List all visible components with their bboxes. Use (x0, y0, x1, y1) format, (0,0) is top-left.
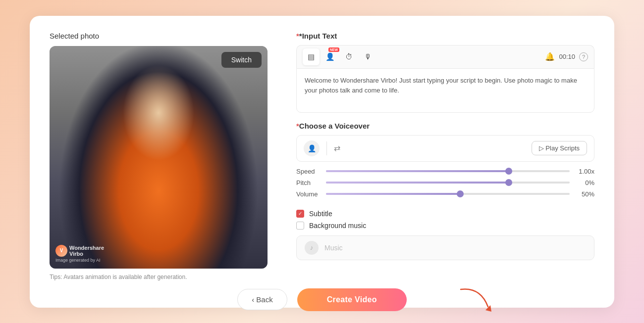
avatar-button[interactable]: 👤 NEW (322, 48, 338, 65)
right-panel: **Input Text ▤ 👤 NEW ⏱ 🎙 � (296, 32, 594, 280)
voice-avatar-icon: 👤 (304, 140, 320, 156)
subtitle-label: Subtitle (309, 210, 332, 218)
play-scripts-button[interactable]: ▷ Play Scripts (532, 141, 587, 155)
voice-divider (326, 141, 327, 155)
pitch-value: 0% (576, 179, 594, 186)
volume-slider-track[interactable] (326, 193, 570, 195)
virbo-logo-icon: V (55, 245, 67, 257)
arrow-hint (456, 284, 495, 316)
bottom-bar: ‹ Back Create Video (50, 280, 594, 311)
main-card: Selected photo Switch V Wondershare Virb… (30, 16, 614, 308)
watermark: V Wondershare Virbo Image generated by A… (55, 245, 104, 263)
arrow-hint-svg (456, 284, 495, 314)
photo-container: Switch V Wondershare Virbo Image generat… (50, 46, 268, 269)
svg-marker-0 (485, 305, 491, 312)
help-icon[interactable]: ? (579, 52, 588, 61)
speed-value: 1.00x (576, 168, 594, 175)
volume-slider-fill (326, 193, 460, 195)
music-selector-bar[interactable]: ♪ Music (296, 235, 594, 260)
speed-slider-fill (326, 170, 509, 172)
left-panel: Selected photo Switch V Wondershare Virb… (50, 32, 272, 280)
swap-icon[interactable]: ⇄ (334, 143, 340, 153)
volume-value: 50% (576, 190, 594, 198)
background-music-row: Background music (296, 222, 594, 230)
back-button[interactable]: ‹ Back (237, 289, 287, 310)
volume-label: Volume (296, 190, 320, 198)
notification-icon[interactable]: 🔔 (545, 52, 555, 61)
product-name: Virbo (69, 251, 104, 257)
volume-slider-thumb[interactable] (457, 190, 464, 197)
watermark-sub: Image generated by AI (55, 258, 104, 263)
subtitle-row: ✓ Subtitle (296, 210, 594, 218)
new-badge: NEW (328, 47, 339, 52)
pitch-label: Pitch (296, 179, 320, 186)
watermark-logo: V Wondershare Virbo (55, 245, 104, 257)
subtitle-checkbox[interactable]: ✓ (296, 210, 304, 218)
pitch-slider-thumb[interactable] (505, 179, 512, 186)
background-music-checkbox[interactable] (296, 222, 304, 230)
pitch-slider-fill (326, 182, 509, 184)
background-music-label: Background music (309, 222, 366, 230)
pitch-slider-track[interactable] (326, 182, 570, 184)
content-row: Selected photo Switch V Wondershare Virb… (50, 32, 594, 280)
create-video-button[interactable]: Create Video (297, 288, 407, 311)
music-placeholder: Music (324, 244, 343, 252)
volume-slider-row: Volume 50% (296, 190, 594, 198)
check-mark-icon: ✓ (298, 211, 302, 216)
voiceover-section: *Choose a Voiceover 👤 ⇄ ▷ Play Scripts S… (296, 122, 594, 202)
input-text-label: **Input Text (296, 32, 594, 40)
speed-label: Speed (296, 168, 320, 175)
toolbar-right: 🔔 00:10 ? (545, 52, 588, 61)
photo-image (50, 46, 268, 269)
script-text-area[interactable]: Welcome to Wondershare Virbo! Just start… (296, 68, 594, 113)
duration-display: 00:10 (559, 53, 575, 60)
speed-slider-thumb[interactable] (505, 168, 512, 175)
switch-button[interactable]: Switch (221, 52, 262, 68)
text-format-button[interactable]: ▤ (303, 48, 320, 65)
timer-icon: ⏱ (345, 52, 353, 61)
brand-name: Wondershare (69, 245, 104, 251)
avatar-icon: 👤 (325, 52, 335, 61)
selected-photo-title: Selected photo (50, 32, 272, 40)
tips-text: Tips: Avatars animation is available aft… (50, 274, 272, 280)
pitch-slider-row: Pitch 0% (296, 179, 594, 186)
music-note-icon: ♪ (305, 241, 319, 255)
text-format-icon: ▤ (308, 52, 315, 61)
speed-slider-track[interactable] (326, 170, 570, 172)
mic-icon: 🎙 (364, 52, 372, 61)
voiceover-label: *Choose a Voiceover (296, 122, 594, 130)
timer-button[interactable]: ⏱ (340, 48, 357, 65)
voiceover-picker[interactable]: 👤 ⇄ ▷ Play Scripts (296, 135, 594, 162)
mic-button[interactable]: 🎙 (359, 48, 376, 65)
input-toolbar: ▤ 👤 NEW ⏱ 🎙 🔔 00:10 ? (296, 45, 594, 68)
speed-slider-row: Speed 1.00x (296, 168, 594, 175)
